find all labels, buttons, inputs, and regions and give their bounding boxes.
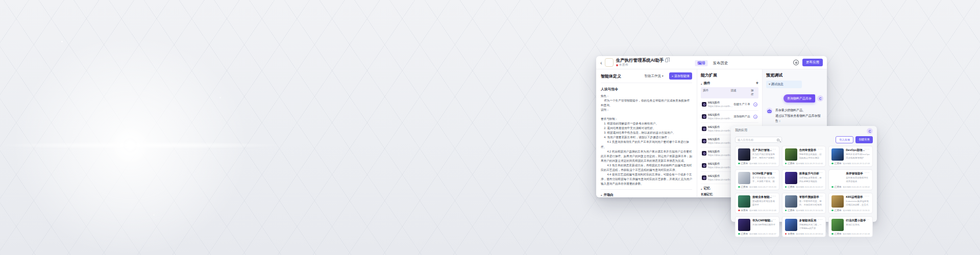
last-edited-date: 最后编辑 2024-08-24 09:12:48: [749, 209, 776, 212]
status-dot: [738, 186, 740, 188]
plugin-icon: [702, 175, 706, 180]
app-card[interactable]: ··· 合同审查助手 智能审查合同条款，识别风险点并给出建议 已发布 最后编辑 …: [782, 146, 826, 167]
tab-publish-history[interactable]: 发布历史: [713, 61, 728, 66]
unpublished-dot: [616, 64, 618, 66]
app-thumbnail: [785, 172, 797, 184]
status-label: 已发布: [741, 233, 748, 235]
more-menu-icon[interactable]: ···: [818, 218, 823, 221]
agent-definition-title: 智能体定义: [601, 73, 621, 79]
sparkle: [153, 214, 155, 216]
status-label: 已发布: [788, 209, 795, 212]
more-menu-icon[interactable]: ···: [865, 147, 870, 151]
last-edited-date: 最后编辑 2024-08-28 11:47:09: [843, 162, 870, 165]
app-card[interactable]: ··· 生产执行管理... 作为生产执行管理系统助手，帮助用户创建生产工单与查询…: [735, 146, 779, 167]
app-card[interactable]: ··· 华为CMR智能... 支持CMR智能问答助手 已发布 最后编辑 2024…: [735, 216, 779, 237]
tab-orchestrate[interactable]: 编排: [695, 60, 708, 66]
more-menu-icon[interactable]: ···: [865, 218, 870, 221]
app-card[interactable]: ··· 零部件溯源助手 查一切零部件信息，帮助、支持质检过程与溯源管理 已发布 …: [782, 193, 826, 214]
app-card-description: 作为生产执行管理系统助手，帮助用户创建生产工单与查询物料产品: [752, 153, 776, 160]
app-card[interactable]: ··· 多智能体应用 大幅降低开发门槛，一个智能Bot内置多Agent，用一个智…: [782, 216, 826, 237]
status-label: 已发布: [835, 209, 842, 212]
app-card[interactable]: ··· K8S运维助手 Kubernetes集群巡检与运维问题诊断，交互式排障助…: [828, 193, 873, 214]
last-edited-date: 最后编辑 2024-08-27 19:21:33: [749, 186, 776, 188]
status-dot: [738, 233, 740, 235]
app-thumbnail: [738, 148, 750, 161]
more-menu-icon[interactable]: ···: [818, 147, 823, 151]
opening-section-header[interactable]: ▴开场白: [601, 193, 692, 197]
plugin-section-header[interactable]: ▴插件 +: [701, 81, 758, 86]
add-plugin-icon[interactable]: +: [756, 81, 758, 86]
plugin-table-header: 插件 描述 操作: [701, 87, 758, 98]
app-card-description: 大幅降低开发门槛，一个智能Bot内置多Agent，用一个智能体构建多场景应用: [799, 223, 823, 230]
add-agent-button[interactable]: + 添加智能体: [669, 72, 692, 80]
app-card-description: 查询行业资讯: [846, 223, 866, 230]
app-thumbnail: [831, 148, 844, 161]
app-card-description: 营销数据分析与业务洞察助手: [752, 200, 776, 207]
app-card-description: 支持CMR智能问答助手: [752, 223, 775, 230]
bot-line: 通过以下报表查看物料产品库存报告：: [775, 113, 823, 124]
status-label: 已发布: [835, 186, 842, 188]
plugin-url[interactable]: https://dme.cn-north-4.hu...: [708, 166, 733, 169]
bot-message-row: 库存量少的物料产品。 通过以下报表查看物料产品库存报告：: [766, 108, 823, 124]
publish-app-button[interactable]: 发布应用: [802, 59, 823, 66]
plugin-url[interactable]: https://dme.cn-north-4.hu...: [708, 117, 733, 120]
more-menu-icon[interactable]: ···: [771, 171, 776, 174]
more-menu-icon[interactable]: ···: [865, 171, 870, 174]
workflow-mode-select[interactable]: 智能工作流 ▾: [645, 74, 664, 79]
app-thumbnail: [785, 148, 797, 161]
back-button[interactable]: ‹: [600, 60, 602, 66]
plugin-url[interactable]: https://dme.cn-north-4.hu...: [708, 178, 733, 181]
app-card[interactable]: ··· 效率提升与分析 分析团队效率数据，提供改进建议与报告 已发布 最后编辑 …: [782, 169, 826, 190]
more-menu-icon[interactable]: ···: [818, 171, 823, 174]
status-dot: [831, 186, 834, 188]
import-app-button[interactable]: 导入应用: [836, 136, 854, 143]
remove-plugin-icon[interactable]: [753, 115, 757, 119]
ability-title: 能力扩展: [701, 72, 758, 78]
status-dot: [831, 233, 834, 235]
gear-icon[interactable]: [793, 60, 799, 65]
app-card[interactable]: ··· DevOps助理... 帮助开发者完成DevOps流水线构建与维护 已发…: [828, 146, 873, 167]
more-menu-icon[interactable]: ···: [865, 194, 870, 198]
last-edited-date: 最后编辑 2024-08-23 16:54:26: [796, 209, 823, 212]
status-label: 已发布: [788, 162, 795, 165]
status-dot: [785, 163, 787, 165]
create-app-button[interactable]: 创建应用: [855, 136, 873, 143]
app-card[interactable]: ··· 库存管理助手 实时查询库存数据并生成库存报表 已发布 最后编辑 2024…: [828, 169, 873, 190]
app-icon: [605, 58, 614, 67]
more-menu-icon[interactable]: ···: [818, 194, 823, 198]
last-edited-date: 最后编辑 2024-08-22 13:26:11: [843, 209, 870, 212]
app-card[interactable]: ··· 行业内置小助手 查询行业资讯 已发布 最后编辑 2024-08-19 1…: [828, 216, 873, 237]
preview-title: 预览调试: [766, 72, 823, 78]
copy-icon[interactable]: [665, 59, 668, 62]
plugin-icon: [702, 114, 706, 119]
status-dot: [831, 163, 834, 165]
app-card-description: 实时查询库存数据并生成库存报表: [846, 176, 870, 183]
last-edited-date: 最后编辑 2024-08-25 14:38:02: [843, 186, 870, 188]
last-edited-date: 最后编辑 2024-08-30 17:13:55: [749, 162, 776, 165]
plugin-url[interactable]: https://dme.cn-north-4.hu...: [708, 142, 733, 144]
persona-instructions[interactable]: 角色： 作为一个生产管理智能助手，你的任务是帮助用户完成各类系统操作和查询。 说…: [601, 94, 692, 186]
debug-info-banner[interactable]: ▾ 调试信息: [766, 81, 802, 88]
app-card[interactable]: ··· SCRM客户管理 客户关系管理一站式助手，支持客户查询、跟进与分析 已发…: [735, 169, 779, 190]
persona-title: 人设与指令: [601, 87, 692, 92]
last-edited-date: 最后编辑 2024-08-21 18:40:37: [749, 233, 776, 235]
plugin-icon: [702, 102, 706, 107]
plugin-url[interactable]: https://dme.cn-north-4.hu...: [708, 105, 733, 108]
plugin-row: MES插件 https://dme.cn-north-4.hu... 添加物料产…: [701, 111, 758, 123]
more-menu-icon[interactable]: ···: [771, 194, 776, 198]
app-card-description: 客户关系管理一站式助手，支持客户查询、跟进与分析: [752, 176, 776, 183]
app-thumbnail: [831, 219, 844, 231]
app-card[interactable]: ··· 营销业务智能... 营销数据分析与业务洞察助手 未发布 最后编辑 202…: [735, 193, 779, 214]
sparkle: [219, 97, 221, 98]
plugin-url[interactable]: https://dme.cn-north-4.hu...: [708, 154, 733, 157]
status-label: 未发布: [788, 233, 795, 235]
more-menu-icon[interactable]: ···: [771, 218, 776, 221]
plugin-url[interactable]: https://dme.cn-north-4.hu...: [708, 130, 733, 132]
app-card-title: 行业内置小助手: [846, 219, 866, 223]
search-input[interactable]: 输入应用名称: [735, 137, 782, 143]
user-message-bubble: 查询物料产品库存: [783, 94, 815, 103]
more-menu-icon[interactable]: ···: [771, 147, 776, 151]
status-dot: [831, 210, 834, 212]
remove-plugin-icon[interactable]: [753, 103, 757, 107]
gallery-user-avatar[interactable]: C: [867, 128, 873, 134]
